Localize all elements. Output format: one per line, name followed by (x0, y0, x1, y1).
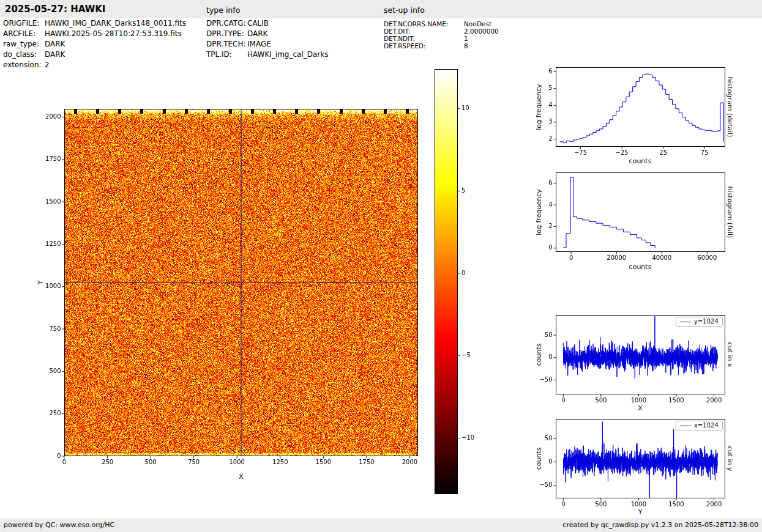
info-row: ARCFILE:HAWKI.2025-05-28T10:27:53.319.fi… (3, 29, 186, 40)
file-info-block: ORIGFILE:HAWKI_IMG_DARK_Darks148_0011.fi… (3, 19, 186, 71)
info-label: DPR.CATG: (206, 19, 247, 28)
info-row: do_class:DARK (3, 50, 186, 61)
info-label: TPL.ID: (206, 50, 247, 59)
page-title: 2025-05-27: HAWKI (5, 4, 105, 15)
info-label: do_class: (3, 50, 45, 59)
colorbar (433, 67, 491, 498)
header-bar: 2025-05-27: HAWKI type info set-up info (0, 0, 762, 18)
info-value: DARK (45, 40, 65, 48)
info-value: HAWKI_IMG_DARK_Darks148_0011.fits (45, 19, 186, 28)
info-row: DPR.TECH:IMAGE (206, 40, 329, 50)
footer-left-text: powered by QC: www.eso.org/HC (4, 521, 114, 529)
histogram-full-plot (531, 165, 733, 268)
histogram-full-xlabel: counts (629, 264, 652, 270)
info-value: DARK (45, 50, 65, 59)
info-row: DPR.CATG:CALIB (206, 19, 329, 29)
cut-in-y-legend: x=1024 (676, 421, 723, 430)
legend-line-icon (680, 322, 691, 322)
info-value: 2.0000000 (464, 28, 499, 35)
legend-label: y=1024 (694, 319, 719, 325)
info-label: raw_type: (3, 40, 45, 48)
info-value: CALIB (247, 19, 269, 28)
legend-line-icon (680, 426, 691, 426)
cut-in-y-xlabel: Y (638, 509, 643, 515)
info-label: ARCFILE: (3, 29, 45, 38)
info-value: NonDest (464, 20, 491, 28)
cut-in-x-legend: y=1024 (676, 317, 723, 327)
histogram-detail-ylabel: log frequency (536, 84, 542, 130)
info-label: DPR.TYPE: (206, 29, 247, 38)
info-value: 1 (464, 35, 468, 42)
info-value: IMAGE (247, 40, 271, 48)
histogram-full-right-label: histogram (full) (727, 187, 733, 238)
info-value: 8 (464, 42, 468, 50)
info-label: DET.DIT: (384, 28, 464, 35)
info-label: DET.RSPEED: (384, 42, 464, 50)
info-row: DET.DIT:2.0000000 (384, 28, 499, 35)
footer-right-text: created by qc_rawdisp.py v1.2.3 on 2025-… (562, 521, 758, 529)
info-label: DET.NCORRS.NAME: (384, 20, 464, 28)
info-label: extension: (3, 61, 45, 69)
info-value: 2 (45, 61, 50, 69)
info-row: raw_type:DARK (3, 40, 186, 50)
histogram-detail-plot (531, 60, 733, 163)
cut-in-y-ylabel: counts (536, 448, 542, 470)
info-row: extension:2 (3, 61, 186, 71)
histogram-detail-right-label: histogram (detail) (727, 77, 733, 138)
legend-label: x=1024 (694, 423, 719, 429)
info-row: DET.NDIT:1 (384, 35, 499, 42)
info-row: DET.NCORRS.NAME:NonDest (384, 20, 499, 28)
qc-report-page: 2025-05-27: HAWKI type info set-up info … (0, 0, 762, 532)
info-row: DPR.TYPE:DARK (206, 29, 329, 40)
info-row: DET.RSPEED:8 (384, 42, 499, 50)
main-xlabel: X (239, 473, 244, 480)
main-ylabel: Y (37, 281, 44, 285)
info-label: DET.NDIT: (384, 35, 464, 42)
histogram-full-ylabel: log frequency (536, 189, 542, 235)
cut-in-x-xlabel: X (638, 405, 643, 412)
info-row: TPL.ID:HAWKI_img_cal_Darks (206, 50, 329, 61)
info-value: DARK (247, 29, 267, 38)
info-value: HAWKI.2025-05-28T10:27:53.319.fits (45, 29, 182, 38)
info-row: ORIGFILE:HAWKI_IMG_DARK_Darks148_0011.fi… (3, 19, 186, 29)
type-info-heading: type info (206, 6, 240, 15)
setup-info-heading: set-up info (384, 6, 425, 15)
cut-in-x-right-label: cut in x (727, 342, 733, 368)
histogram-detail-xlabel: counts (629, 158, 652, 164)
type-info-block: DPR.CATG:CALIB DPR.TYPE:DARK DPR.TECH:IM… (206, 19, 329, 61)
info-value: HAWKI_img_cal_Darks (247, 50, 329, 59)
cut-in-x-ylabel: counts (536, 344, 542, 366)
cut-in-y-right-label: cut in y (727, 446, 733, 471)
info-label: DPR.TECH: (206, 40, 247, 48)
setup-info-block: DET.NCORRS.NAME:NonDest DET.DIT:2.000000… (384, 20, 499, 50)
detector-image-plot (34, 95, 431, 480)
info-label: ORIGFILE: (3, 19, 45, 28)
